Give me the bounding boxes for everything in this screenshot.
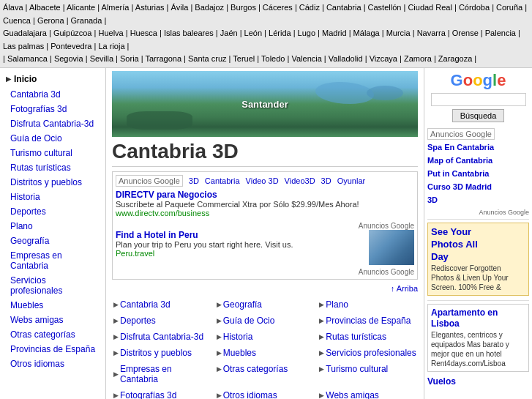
ad1-url: www.directv.com/business (116, 209, 414, 217)
sidebar-item-otras-categorias[interactable]: Otras categorías (0, 327, 105, 342)
vuelos-link[interactable]: Vuelos (427, 376, 529, 387)
hero-city-label: Santander (241, 98, 288, 109)
links-grid: Cantabria 3d Geografía Plano Deportes Gu… (112, 297, 418, 399)
ad-google-line-1: Anuncios Google (116, 222, 414, 230)
list-item[interactable]: Distritos y pueblos (112, 346, 212, 360)
right-ad-map-title[interactable]: Map of Cantabria (427, 156, 529, 165)
right-ad-label: Anuncios Google (427, 128, 495, 140)
ad-link-video3d2[interactable]: Video3D (285, 176, 315, 185)
sidebar-item-historia[interactable]: Historia (0, 190, 105, 204)
list-item[interactable]: Servicios profesionales (318, 346, 418, 360)
right-ad-put-title[interactable]: Put in Cantabria (427, 169, 529, 178)
ad2-title[interactable]: Find a Hotel in Peru (116, 230, 366, 240)
list-item[interactable]: Muebles (215, 346, 315, 360)
anuncios-google-2: Anuncios Google (359, 268, 414, 276)
google-o1: o (463, 71, 473, 89)
google-search-input[interactable] (431, 93, 526, 106)
list-item[interactable]: Plano (318, 297, 418, 312)
list-item[interactable]: Provincias de España (318, 313, 418, 328)
sidebar-item-otros-idiomas[interactable]: Otros idiomas (0, 357, 105, 371)
sidebar-item-provincias[interactable]: Provincias de España (0, 342, 105, 357)
google-search-box: Google Búsqueda (427, 71, 529, 122)
list-item[interactable]: Otras categorías (215, 362, 315, 387)
google-o2: o (473, 71, 482, 89)
list-item[interactable]: Cantabria 3d (112, 297, 212, 312)
sidebar-item-muebles[interactable]: Muebles (0, 298, 105, 313)
ad-link-video3d[interactable]: Video 3D (246, 176, 279, 185)
sidebar-item-deportes[interactable]: Deportes (0, 204, 105, 219)
list-item[interactable]: Empresas en Cantabria (112, 362, 212, 387)
apartamento-promo: Apartamento en Lisboa Elegantes, centric… (427, 304, 529, 372)
promo-line3: Day (431, 251, 449, 262)
right-sidebar: Google Búsqueda Anuncios Google Spa En C… (424, 68, 532, 399)
ad-entry-2: Find a Hotel in Peru Plan your trip to P… (116, 230, 414, 265)
ad-banner: Anuncios Google 3D Cantabria Video 3D Vi… (112, 171, 418, 280)
ad-link-oyunlar[interactable]: Oyunlar (337, 176, 366, 185)
list-item[interactable]: Disfruta Cantabria-3d (112, 329, 212, 344)
ad1-desc: Suscríbete al Paquete Commercial Xtra po… (116, 200, 414, 209)
list-item[interactable]: Webs amigas (318, 388, 418, 399)
right-ad-3d: 3D (427, 195, 529, 204)
right-ad-spa: Spa En Cantabria (427, 143, 529, 152)
right-ad-3d-title[interactable]: 3D (427, 195, 529, 204)
right-ad-spa-title[interactable]: Spa En Cantabria (427, 143, 529, 152)
main-content: Santander Cantabria 3D Anuncios Google 3… (106, 68, 424, 399)
see-your-photos-promo: See Your Photos All Day Rediscover Forgo… (427, 223, 529, 296)
list-item[interactable]: Fotografías 3d (112, 388, 212, 399)
sidebar-inicio-label: Inicio (14, 74, 37, 84)
page-title: Cantabria 3D (112, 140, 418, 167)
promo-line1: See Your (431, 226, 471, 237)
right-ad-curso-title[interactable]: Curso 3D Madrid (427, 182, 529, 191)
right-ad-google-line: Anuncios Google (427, 209, 529, 216)
arriba-link[interactable]: ↑ Arriba (391, 284, 418, 293)
list-item[interactable]: Historia (215, 329, 315, 344)
ad-link-3d[interactable]: 3D (189, 176, 199, 185)
sidebar-item-distritos-pueblos[interactable]: Distritos y pueblos (0, 175, 105, 190)
ad-label: Anuncios Google (116, 175, 183, 187)
list-item[interactable]: Deportes (112, 313, 212, 328)
sidebar-item-empresas[interactable]: Empresas en Cantabria (0, 248, 105, 273)
promo-title[interactable]: See Your Photos All Day (431, 226, 525, 264)
promo2-title[interactable]: Apartamento en Lisboa (431, 307, 525, 330)
list-item[interactable]: Rutas turísticas (318, 329, 418, 344)
sidebar-item-fotografias-3d[interactable]: Fotografías 3d (0, 102, 105, 116)
sidebar-item-cantabria-3d[interactable]: Cantabria 3d (0, 87, 105, 102)
google-e: e (497, 71, 506, 89)
list-item[interactable]: Otros idiomas (215, 388, 315, 399)
right-ad-put: Put in Cantabria (427, 169, 529, 178)
right-ad-map: Map of Cantabria (427, 156, 529, 165)
divider-2 (427, 300, 529, 301)
ad-link-cantabria[interactable]: Cantabria (205, 176, 240, 185)
promo-line2: Photos All (431, 239, 478, 250)
ad2-thumbnail (369, 230, 414, 265)
sidebar-item-turismo-cultural[interactable]: Turismo cultural (0, 146, 105, 160)
sidebar-item-disfruta[interactable]: Disfruta Cantabria-3d (0, 116, 105, 131)
divider-1 (427, 219, 529, 220)
sidebar-item-geografia[interactable]: Geografía (0, 234, 105, 248)
google-search-button[interactable]: Búsqueda (452, 109, 505, 122)
ad2-url: Peru.travel (116, 249, 366, 258)
ad-google-line-2: Anuncios Google (116, 268, 414, 276)
top-nav-row2: Guadalajara | Guipúzcoa | Huelva | Huesc… (3, 27, 529, 53)
anuncios-google-1: Anuncios Google (359, 222, 414, 230)
ad-link-3d2[interactable]: 3D (321, 176, 331, 185)
top-navigation: Álava | Albacete | Alicante | Almería | … (0, 0, 532, 68)
list-item[interactable]: Guía de Ocio (215, 313, 315, 328)
sidebar-item-plano[interactable]: Plano (0, 219, 105, 234)
sidebar-item-servicios[interactable]: Servicios profesionales (0, 273, 105, 298)
ad1-title[interactable]: DIRECTV para Negocios (116, 190, 414, 200)
google-g: G (451, 71, 463, 89)
sidebar-item-webs-amigas[interactable]: Webs amigas (0, 313, 105, 327)
main-wrapper: Inicio Cantabria 3d Fotografías 3d Disfr… (0, 68, 532, 399)
google-logo: Google (427, 71, 529, 90)
sidebar-item-rutas-turisticas[interactable]: Rutas turísticas (0, 160, 105, 175)
google-g2: g (483, 71, 492, 89)
promo-desc: Rediscover Forgotten Photos & Liven Up Y… (431, 264, 525, 292)
list-item[interactable]: Geografía (215, 297, 315, 312)
promo2-desc: Elegantes, centricos y equipados Mas bar… (431, 330, 525, 368)
sidebar-item-guia-ocio[interactable]: Guía de Ocio (0, 131, 105, 146)
sidebar-item-inicio[interactable]: Inicio (0, 71, 105, 87)
hero-image: Santander (112, 71, 418, 137)
arriba-line: ↑ Arriba (112, 284, 418, 293)
list-item[interactable]: Turismo cultural (318, 362, 418, 387)
